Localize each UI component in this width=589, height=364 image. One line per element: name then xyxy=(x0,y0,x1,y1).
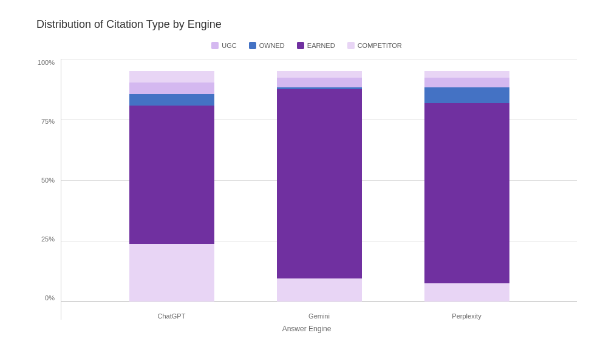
chart-legend: UGC OWNED EARNED COMPETITOR xyxy=(36,42,577,49)
ugc-label: UGC xyxy=(222,42,236,49)
y-axis: 100% 75% 50% 25% 0% xyxy=(36,59,61,320)
bars-container xyxy=(61,59,577,302)
earned-swatch xyxy=(297,42,304,49)
segment-gemini-ugc xyxy=(277,78,362,87)
segment-perplexity-competitor-top xyxy=(424,71,509,78)
segment-perplexity-owned xyxy=(424,87,509,104)
chart-title: Distribution of Citation Type by Engine xyxy=(36,18,577,31)
segment-perplexity-ugc xyxy=(424,78,509,87)
bar-chatgpt xyxy=(129,71,214,302)
chart-container: Distribution of Citation Type by Engine … xyxy=(0,0,589,364)
y-label-0: 0% xyxy=(45,294,55,302)
segment-perplexity-earned xyxy=(424,103,509,283)
x-axis-title: Answer Engine xyxy=(36,325,577,333)
legend-item-ugc: UGC xyxy=(211,42,236,49)
x-label-gemini: Gemini xyxy=(277,312,362,320)
segment-chatgpt-owned xyxy=(129,94,214,106)
plot-area: ChatGPT Gemini Perplexity xyxy=(61,59,577,320)
segment-perplexity-competitor-bottom xyxy=(424,283,509,302)
y-label-25: 25% xyxy=(41,235,55,243)
x-axis-labels: ChatGPT Gemini Perplexity xyxy=(61,302,577,320)
legend-item-owned: OWNED xyxy=(249,42,285,49)
legend-item-earned: EARNED xyxy=(297,42,335,49)
competitor-swatch xyxy=(347,42,355,49)
stacked-bar-perplexity xyxy=(424,71,509,302)
stacked-bar-chatgpt xyxy=(129,71,214,302)
x-label-perplexity: Perplexity xyxy=(424,312,509,320)
segment-chatgpt-ugc xyxy=(129,83,214,94)
competitor-label: COMPETITOR xyxy=(358,42,402,49)
owned-label: OWNED xyxy=(259,42,285,49)
earned-label: EARNED xyxy=(307,42,335,49)
bar-gemini xyxy=(277,71,362,302)
segment-chatgpt-competitor-top xyxy=(129,71,214,83)
segment-gemini-competitor-top xyxy=(277,71,362,78)
segment-gemini-earned xyxy=(277,89,362,278)
segment-gemini-competitor-bottom xyxy=(277,278,362,302)
bar-perplexity xyxy=(424,71,509,302)
ugc-swatch xyxy=(211,42,219,49)
y-label-75: 75% xyxy=(41,118,55,125)
x-label-chatgpt: ChatGPT xyxy=(129,312,214,320)
chart-area: 100% 75% 50% 25% 0% xyxy=(36,59,577,320)
y-label-100: 100% xyxy=(38,59,55,66)
stacked-bar-gemini xyxy=(277,71,362,302)
segment-chatgpt-competitor-bottom xyxy=(129,244,214,302)
legend-item-competitor: COMPETITOR xyxy=(347,42,402,49)
segment-chatgpt-earned xyxy=(129,106,214,244)
y-label-50: 50% xyxy=(41,177,55,184)
owned-swatch xyxy=(249,42,256,49)
